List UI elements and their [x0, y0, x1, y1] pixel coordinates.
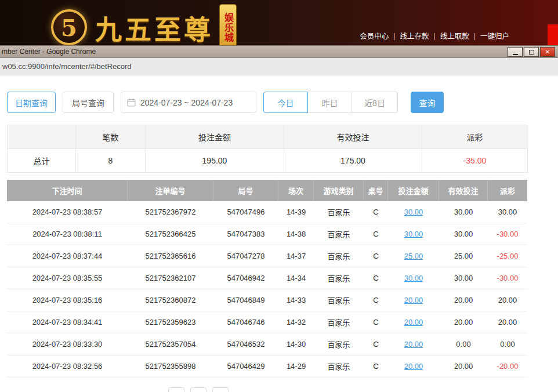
summary-header-cell-3: 有效投注 — [284, 125, 422, 149]
summary-header-cell-2: 投注金额 — [146, 125, 284, 149]
round-id-cell: 547047383 — [213, 223, 278, 245]
bet-id-cell: 521752357054 — [128, 333, 213, 355]
game-type-cell: 百家乐 — [314, 289, 364, 311]
valid-bet-cell: 0.00 — [439, 333, 488, 355]
payout-cell: 30.00 — [488, 201, 527, 223]
pagination-button-0[interactable] — [168, 387, 184, 392]
calendar-icon — [127, 98, 136, 107]
bet-time-cell: 2024-07-23 08:38:57 — [7, 201, 128, 223]
bet-amount-link[interactable]: 20.00 — [388, 333, 439, 355]
session-cell: 14-29 — [278, 355, 314, 378]
bet-table: 下注时间注单编号局号场次游戏类别桌号投注金额有效投注派彩 2024-07-23 … — [7, 180, 527, 378]
close-button[interactable]: ✕ — [540, 47, 555, 57]
payout-cell: 20.00 — [488, 311, 527, 333]
top-nav-link-1[interactable]: 线上存款 — [400, 30, 429, 41]
bet-id-cell: 521752365616 — [128, 245, 213, 267]
table-no-cell: C — [364, 223, 388, 245]
top-nav-link-2[interactable]: 线上取款 — [440, 30, 469, 41]
minimize-button[interactable] — [508, 47, 523, 57]
round-id-cell: 547047496 — [213, 201, 278, 223]
table-no-cell: C — [364, 201, 388, 223]
game-type-cell: 百家乐 — [314, 311, 364, 333]
bet-amount-link[interactable]: 25.00 — [388, 245, 439, 267]
quick-filter-button-1[interactable]: 昨日 — [307, 92, 352, 113]
game-type-cell: 百家乐 — [314, 267, 364, 289]
bet-table-header: 下注时间注单编号局号场次游戏类别桌号投注金额有效投注派彩 — [7, 180, 527, 201]
table-no-cell: C — [364, 267, 388, 289]
address-bar[interactable]: w05.cc:9900/infe/mcenter/#/betRecord — [0, 58, 558, 75]
logo-text: 九五至尊 — [95, 8, 213, 46]
round-id-cell: 547046942 — [213, 267, 278, 289]
summary-table: 笔数投注金额有效投注派彩总计8195.00175.00-35.00 — [7, 125, 527, 173]
round-id-cell: 547046429 — [213, 355, 278, 378]
date-query-tab[interactable]: 日期查询 — [7, 92, 56, 113]
bet-record-page: 日期查询 局号查询 2024-07-23 ~ 2024-07-23 今日昨日近8… — [0, 75, 558, 392]
bet-time-cell: 2024-07-23 08:35:16 — [7, 289, 128, 311]
bet-id-cell: 521752362107 — [128, 267, 213, 289]
browser-title-bar[interactable]: mber Center - Google Chrome ✕ — [0, 45, 558, 58]
bet-amount-link[interactable]: 20.00 — [388, 289, 439, 311]
round-id-cell: 547046849 — [213, 289, 278, 311]
table-row: 2024-07-23 08:35:16521752360872547046849… — [7, 289, 527, 311]
payout-cell: -30.00 — [488, 223, 527, 245]
bet-amount-link[interactable]: 20.00 — [388, 355, 439, 378]
bet-header-cell-0: 下注时间 — [7, 180, 128, 201]
bet-header-cell-1: 注单编号 — [128, 180, 213, 201]
bet-amount-link[interactable]: 30.00 — [388, 267, 439, 289]
payout-cell: 0.00 — [488, 333, 527, 355]
bet-header-cell-5: 桌号 — [364, 180, 388, 201]
top-nav-link-0[interactable]: 会员中心 — [360, 30, 389, 41]
bet-amount-link[interactable]: 30.00 — [388, 223, 439, 245]
table-row: 2024-07-23 08:34:41521752359623547046746… — [7, 311, 527, 333]
bet-amount-link[interactable]: 30.00 — [388, 201, 439, 223]
round-id-cell: 547046746 — [213, 311, 278, 333]
search-button[interactable]: 查询 — [411, 92, 444, 113]
game-type-cell: 百家乐 — [314, 223, 364, 245]
pagination-button-2[interactable] — [212, 387, 229, 392]
table-row: 2024-07-23 08:32:56521752355898547046429… — [7, 355, 527, 378]
summary-header-cell-4: 派彩 — [422, 125, 528, 149]
summary-header-cell-0 — [8, 125, 76, 149]
payout-cell: -25.00 — [488, 245, 527, 267]
site-logo: 5 九五至尊 娱乐城 — [51, 3, 237, 51]
round-query-tab[interactable]: 局号查询 — [63, 92, 114, 113]
session-cell: 14-39 — [278, 201, 314, 223]
bet-amount-link[interactable]: 20.00 — [388, 311, 439, 333]
table-row: 2024-07-23 08:35:55521752362107547046942… — [7, 267, 527, 289]
nav-separator: | — [474, 32, 476, 40]
table-no-cell: C — [364, 355, 388, 378]
table-row: 2024-07-23 08:38:11521752366425547047383… — [7, 223, 527, 245]
round-id-cell: 547047278 — [213, 245, 278, 267]
summary-bet-amount: 195.00 — [146, 149, 284, 173]
bet-time-cell: 2024-07-23 08:37:44 — [7, 245, 128, 267]
table-no-cell: C — [364, 289, 388, 311]
table-no-cell: C — [364, 245, 388, 267]
bet-time-cell: 2024-07-23 08:33:30 — [7, 333, 128, 355]
quick-filter-button-0[interactable]: 今日 — [263, 92, 308, 113]
red-strip — [548, 24, 558, 46]
nav-separator: | — [393, 32, 395, 40]
pagination — [168, 387, 229, 392]
pagination-button-1[interactable] — [190, 387, 206, 392]
bet-header-cell-6: 投注金额 — [388, 180, 439, 201]
valid-bet-cell: 30.00 — [439, 267, 488, 289]
game-type-cell: 百家乐 — [314, 245, 364, 267]
session-cell: 14-38 — [278, 223, 314, 245]
maximize-button[interactable] — [524, 47, 539, 57]
window-controls: ✕ — [508, 47, 555, 57]
valid-bet-cell: 20.00 — [439, 289, 488, 311]
valid-bet-cell: 20.00 — [439, 355, 488, 378]
minimize-icon — [513, 54, 518, 55]
session-cell: 14-30 — [278, 333, 314, 355]
payout-cell: 20.00 — [488, 289, 527, 311]
table-no-cell: C — [364, 311, 388, 333]
logo-number: 5 — [61, 14, 77, 41]
bet-id-cell: 521752367972 — [128, 201, 213, 223]
date-range-input[interactable]: 2024-07-23 ~ 2024-07-23 — [121, 92, 256, 113]
bet-time-cell: 2024-07-23 08:38:11 — [7, 223, 128, 245]
date-range-value: 2024-07-23 ~ 2024-07-23 — [140, 98, 233, 107]
quick-filter-button-2[interactable]: 近8日 — [352, 92, 398, 113]
url-text: w05.cc:9900/infe/mcenter/#/betRecord — [2, 62, 132, 71]
top-nav-link-3[interactable]: 一键归户 — [480, 30, 509, 41]
top-nav: 会员中心|线上存款|线上取款|一键归户 — [360, 30, 509, 41]
